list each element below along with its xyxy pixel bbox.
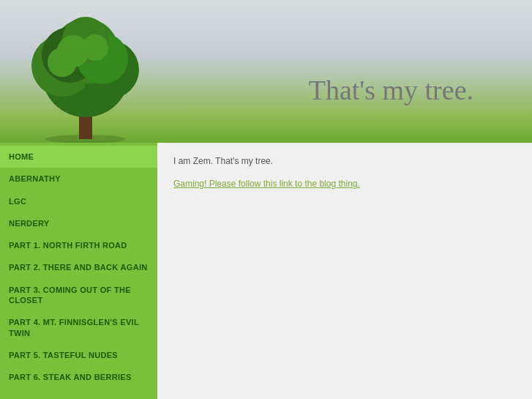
sidebar-item-part4[interactable]: PART 4. MT. FINNISGLEN'S EVIL TWIN	[0, 311, 157, 344]
sidebar-item-part1[interactable]: PART 1. NORTH FIRTH ROAD	[0, 234, 157, 256]
page-title: That's my tree.	[309, 74, 473, 106]
tree-image	[22, 11, 150, 143]
sidebar: HOME ABERNATHY LGC NERDERY PART 1. NORTH…	[0, 143, 157, 399]
sidebar-item-home[interactable]: HOME	[0, 146, 157, 168]
sidebar-item-part2[interactable]: PART 2. THERE AND BACK AGAIN	[0, 256, 157, 278]
blog-link[interactable]: Gaming! Please follow this link to the b…	[173, 179, 360, 189]
content-area: I am Zem. That's my tree. Gaming! Please…	[157, 143, 532, 399]
header: That's my tree.	[0, 0, 532, 143]
main-area: HOME ABERNATHY LGC NERDERY PART 1. NORTH…	[0, 143, 532, 399]
sidebar-item-part5[interactable]: PART 5. TASTEFUL NUDES	[0, 344, 157, 366]
sidebar-item-part6[interactable]: PART 6. STEAK AND BERRIES	[0, 366, 157, 388]
svg-point-12	[48, 48, 77, 77]
sidebar-item-lgc[interactable]: LGC	[0, 190, 157, 212]
intro-text: I am Zem. That's my tree.	[173, 156, 516, 166]
sidebar-item-nerdery[interactable]: NERDERY	[0, 212, 157, 234]
sidebar-item-abernathy[interactable]: ABERNATHY	[0, 168, 157, 190]
sidebar-item-part3[interactable]: PART 3. COMING OUT OF THE CLOSET	[0, 279, 157, 312]
svg-point-11	[82, 34, 108, 61]
